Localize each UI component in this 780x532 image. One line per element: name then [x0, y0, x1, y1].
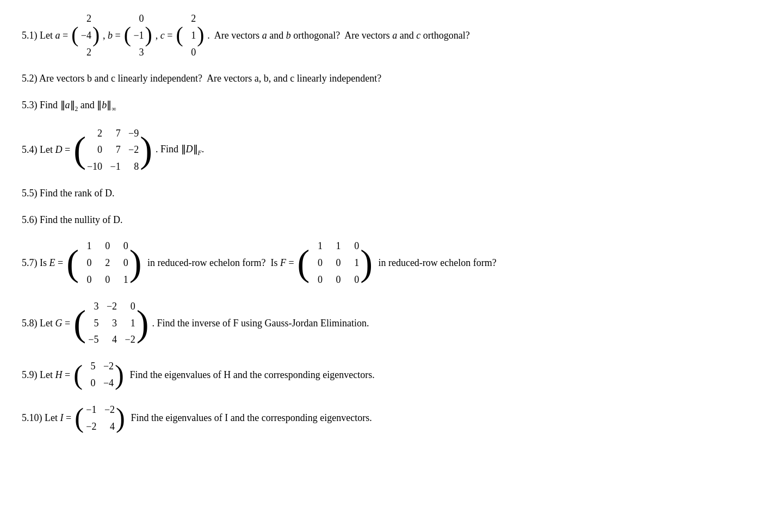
matrix-body: 2 1 0 — [184, 11, 196, 60]
right-paren: ) — [129, 244, 142, 281]
cell: 4 — [106, 332, 117, 348]
cell: 0 — [311, 272, 323, 288]
cell: 0 — [80, 272, 92, 288]
cell: 1 — [80, 238, 92, 254]
cell: 0 — [84, 375, 96, 391]
cell: 0 — [329, 255, 341, 271]
left-paren: ( — [73, 131, 86, 168]
left-paren: ( — [176, 24, 183, 46]
matrix-D: ( 2 7 −9 0 7 −2 −10 −1 8 ) — [73, 126, 152, 175]
problem-label: 5.4) Let D = — [22, 142, 70, 158]
right-paren: ) — [92, 24, 100, 46]
problem-label: 5.10) Let I = — [22, 410, 71, 426]
right-paren: ) — [116, 404, 125, 431]
cell: 1 — [123, 316, 135, 331]
left-paren: ( — [298, 244, 310, 281]
right-paren: ) — [145, 24, 152, 46]
cell: 0 — [123, 299, 135, 314]
cell: −4 — [102, 375, 114, 391]
cell: −4 — [79, 28, 91, 44]
cell: 5 — [87, 316, 99, 331]
text-post: . Find the inverse of F using Gauss-Jord… — [152, 316, 369, 331]
cell: 2 — [90, 126, 102, 141]
matrix-body: 5 −2 0 −4 — [84, 358, 114, 391]
matrix-F: ( 1 1 0 0 0 1 0 0 0 ) — [298, 238, 373, 287]
cell: 1 — [116, 272, 128, 288]
text-post: . Find ‖D‖F. — [156, 141, 204, 158]
problem-text: 5.6) Find the nullity of D. — [22, 212, 123, 228]
problem-5-3: 5.3) Find ‖a‖2 and ‖b‖∞ — [22, 97, 758, 114]
matrix-I: ( −1 −2 −2 4 ) — [75, 402, 125, 435]
problem-text: 5.3) Find ‖a‖2 and ‖b‖∞ — [22, 97, 116, 114]
problem-label: 5.7) Is E = — [22, 255, 63, 271]
matrix-G: ( 3 −2 0 5 3 1 −5 4 −2 ) — [73, 299, 148, 348]
text-post: Find the eigenvalues of I and the corres… — [128, 410, 372, 426]
left-paren: ( — [66, 244, 79, 281]
problem-5-2: 5.2) Are vectors b and c linearly indepe… — [22, 71, 758, 86]
text: , b = — [103, 28, 121, 44]
matrix-body: 2 −4 2 — [79, 11, 91, 60]
right-paren: ) — [137, 305, 149, 342]
problem-label: 5.9) Let H = — [22, 367, 70, 383]
left-paren: ( — [71, 24, 78, 46]
problem-label: 5.1) Let a = — [22, 28, 68, 44]
cell: 1 — [311, 238, 323, 254]
cell: −2 — [123, 332, 135, 348]
text-post: Find the eigenvalues of H and the corres… — [127, 367, 375, 383]
cell: 5 — [84, 358, 96, 374]
cell: 7 — [109, 126, 121, 141]
cell: 0 — [329, 272, 341, 288]
cell: 8 — [127, 159, 139, 175]
matrix-body: 2 7 −9 0 7 −2 −10 −1 8 — [87, 126, 139, 175]
problem-5-5: 5.5) Find the rank of D. — [22, 185, 758, 201]
problem-5-1: 5.1) Let a = ( 2 −4 2 ) , b = ( 0 −1 3 )… — [22, 11, 758, 60]
cell: −2 — [106, 299, 117, 314]
cell: −2 — [127, 142, 139, 158]
cell: 0 — [90, 142, 102, 158]
cell: 0 — [98, 272, 110, 288]
matrix-body: −1 −2 −2 4 — [85, 402, 115, 435]
left-paren: ( — [73, 305, 86, 342]
cell: 4 — [103, 419, 115, 435]
text-mid: in reduced-row echelon form? Is F = — [145, 255, 294, 271]
cell: −1 — [132, 28, 144, 44]
cell: 1 — [329, 238, 341, 254]
vector-b: ( 0 −1 3 ) — [124, 11, 152, 60]
cell: 2 — [79, 11, 91, 27]
cell: 0 — [132, 11, 144, 27]
cell: 0 — [184, 45, 196, 60]
cell: 0 — [348, 238, 360, 254]
cell: −2 — [85, 419, 97, 435]
matrix-body: 1 0 0 0 2 0 0 0 1 — [80, 238, 128, 287]
cell: 3 — [87, 299, 99, 314]
cell: 0 — [116, 238, 128, 254]
problem-text: 5.2) Are vectors b and c linearly indepe… — [22, 71, 381, 86]
problem-5-8: 5.8) Let G = ( 3 −2 0 5 3 1 −5 4 −2 ) . … — [22, 299, 758, 348]
problem-5-6: 5.6) Find the nullity of D. — [22, 212, 758, 228]
left-paren: ( — [73, 361, 83, 388]
cell: −1 — [109, 159, 121, 175]
problem-text: 5.5) Find the rank of D. — [22, 185, 114, 201]
right-paren: ) — [140, 131, 152, 168]
text-post: in reduced-row echelon form? — [376, 255, 497, 271]
cell: 2 — [79, 45, 91, 60]
page-container: 5.1) Let a = ( 2 −4 2 ) , b = ( 0 −1 3 )… — [22, 11, 758, 434]
vector-a: ( 2 −4 2 ) — [71, 11, 100, 60]
matrix-body: 0 −1 3 — [132, 11, 144, 60]
text: . Are vectors a and b orthogonal? Are ve… — [207, 28, 469, 44]
cell: 3 — [132, 45, 144, 60]
cell: −2 — [103, 402, 115, 418]
matrix-body: 1 1 0 0 0 1 0 0 0 — [311, 238, 359, 287]
matrix-H: ( 5 −2 0 −4 ) — [73, 358, 124, 391]
vector-c: ( 2 1 0 ) — [176, 11, 204, 60]
problem-5-10: 5.10) Let I = ( −1 −2 −2 4 ) Find the ei… — [22, 402, 758, 435]
right-paren: ) — [197, 24, 204, 46]
cell: 0 — [348, 272, 360, 288]
cell: 0 — [311, 255, 323, 271]
cell: −1 — [85, 402, 97, 418]
problem-5-4: 5.4) Let D = ( 2 7 −9 0 7 −2 −10 −1 8 ) … — [22, 126, 758, 175]
cell: 1 — [348, 255, 360, 271]
right-paren: ) — [360, 244, 373, 281]
problem-label: 5.8) Let G = — [22, 316, 70, 331]
cell: 0 — [116, 255, 128, 271]
